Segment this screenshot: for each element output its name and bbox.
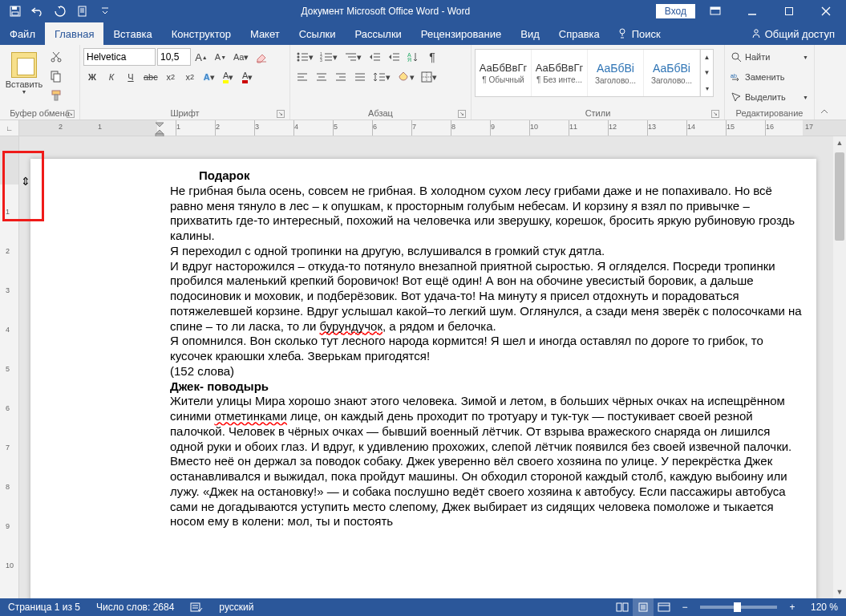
tab-help[interactable]: Справка (549, 22, 609, 45)
align-right-icon[interactable] (332, 68, 350, 86)
style-more[interactable]: ▲▼▾ (700, 50, 713, 96)
tab-file[interactable]: Файл (0, 22, 45, 45)
minimize-icon[interactable] (735, 0, 769, 22)
shading-icon[interactable]: ▾ (395, 68, 417, 86)
style-normal[interactable]: АаБбВвГг¶ Обычный (476, 50, 532, 96)
status-bar: Страница 1 из 5 Число слов: 2684 русский… (0, 598, 846, 616)
clipboard-launcher[interactable]: ↘ (67, 110, 75, 118)
style-heading1[interactable]: АаБбВіЗаголово... (588, 50, 644, 96)
find-button[interactable]: Найти▼ (728, 48, 811, 66)
page-count[interactable]: Страница 1 из 5 (0, 602, 88, 613)
numbering-icon[interactable]: 123▾ (318, 48, 340, 66)
heading: Подарок (170, 168, 805, 184)
qat-more-icon[interactable] (95, 2, 115, 21)
tab-selector[interactable]: ∟ (0, 120, 19, 136)
collapse-ribbon-icon[interactable] (815, 45, 834, 120)
dec-indent-icon[interactable] (366, 48, 383, 66)
maximize-icon[interactable] (772, 0, 806, 22)
paragraph-launcher[interactable]: ↘ (458, 110, 466, 118)
scrollbar-vertical[interactable]: ▲ ▼ (833, 136, 846, 598)
grow-font-icon[interactable]: A▲ (192, 48, 210, 66)
scroll-thumb[interactable] (835, 152, 844, 241)
zoom-in-icon[interactable]: + (782, 598, 803, 616)
bold-button[interactable]: Ж (83, 68, 101, 86)
change-case-icon[interactable]: Aa▾ (231, 48, 251, 66)
page[interactable]: Подарок Не грибная была осень, совсем не… (30, 159, 816, 598)
strike-button[interactable]: abc (141, 68, 160, 86)
zoom-level[interactable]: 120 % (803, 602, 846, 613)
save-icon[interactable] (5, 2, 26, 21)
font-launcher[interactable]: ↘ (277, 110, 285, 118)
print-layout-icon[interactable] (633, 598, 654, 616)
redo-icon[interactable] (50, 2, 71, 21)
paragraph: Жители улицы Мира хорошо знают этого чел… (170, 394, 805, 529)
align-left-icon[interactable] (293, 68, 311, 86)
clear-format-icon[interactable] (253, 48, 270, 66)
pilcrow-icon[interactable]: ¶ (423, 48, 441, 66)
editing-label: Редактирование (736, 108, 803, 118)
zoom-out-icon[interactable]: − (674, 598, 695, 616)
tab-references[interactable]: Ссылки (289, 22, 346, 45)
word-count[interactable]: Число слов: 2684 (88, 602, 182, 613)
superscript-icon[interactable]: x2 (181, 68, 199, 86)
italic-button[interactable]: К (103, 68, 120, 86)
new-doc-icon[interactable] (72, 2, 93, 21)
scroll-up-icon[interactable]: ▲ (833, 136, 846, 149)
shrink-font-icon[interactable]: A▼ (212, 48, 229, 66)
tab-review[interactable]: Рецензирование (411, 22, 511, 45)
ribbon-display-icon[interactable] (698, 0, 732, 22)
ruler-horizontal[interactable]: ∟ 211234567891011121314151617 (0, 120, 846, 136)
font-color-icon[interactable]: A▾ (239, 68, 257, 86)
zoom-slider[interactable] (700, 606, 777, 609)
undo-icon[interactable] (27, 2, 48, 21)
close-icon[interactable] (809, 0, 843, 22)
tell-me[interactable]: Поиск (609, 22, 669, 45)
font-size-input[interactable] (157, 48, 191, 66)
indent-marker[interactable] (154, 120, 167, 136)
tab-design[interactable]: Конструктор (162, 22, 241, 45)
paste-button[interactable]: Вставить ▼ (3, 47, 45, 99)
tab-insert[interactable]: Вставка (103, 22, 161, 45)
multilevel-icon[interactable]: ▾ (342, 48, 364, 66)
inc-indent-icon[interactable] (385, 48, 403, 66)
tab-mailings[interactable]: Рассылки (345, 22, 411, 45)
share-button[interactable]: Общий доступ (739, 22, 846, 45)
web-layout-icon[interactable] (654, 598, 674, 616)
proofing-icon[interactable] (182, 602, 211, 613)
ribbon-tabs: Файл Главная Вставка Конструктор Макет С… (0, 22, 846, 45)
paragraph: Я опомнился. Вон сколько тут лесного нар… (170, 334, 805, 364)
language[interactable]: русский (211, 602, 261, 613)
document-body[interactable]: Подарок Не грибная была осень, совсем не… (170, 168, 805, 529)
copy-icon[interactable] (47, 67, 65, 85)
sort-icon[interactable]: AЯ (404, 48, 422, 66)
borders-icon[interactable]: ▾ (419, 68, 439, 86)
tab-home[interactable]: Главная (45, 22, 103, 45)
replace-button[interactable]: abЗаменить (728, 68, 811, 86)
justify-icon[interactable] (351, 68, 369, 86)
font-name-input[interactable] (83, 48, 156, 66)
svg-rect-2 (12, 12, 18, 15)
resize-cursor-icon: ⇕ (21, 175, 30, 188)
zoom-knob[interactable] (734, 602, 741, 612)
document-area[interactable]: Подарок Не грибная была осень, совсем не… (19, 136, 846, 598)
select-button[interactable]: Выделить▼ (728, 88, 811, 106)
styles-launcher[interactable]: ↘ (711, 110, 719, 118)
align-center-icon[interactable] (313, 68, 330, 86)
subscript-icon[interactable]: x2 (162, 68, 180, 86)
text-effects-icon[interactable]: A▾ (200, 68, 218, 86)
line-spacing-icon[interactable]: ▾ (370, 68, 393, 86)
tab-layout[interactable]: Макет (241, 22, 289, 45)
cut-icon[interactable] (47, 48, 65, 66)
bullets-icon[interactable]: ▾ (293, 48, 316, 66)
read-mode-icon[interactable] (612, 598, 633, 616)
tab-view[interactable]: Вид (511, 22, 549, 45)
underline-button[interactable]: Ч (122, 68, 140, 86)
style-heading2[interactable]: АаБбВіЗаголово... (644, 50, 700, 96)
highlight-icon[interactable]: A▾ (220, 68, 237, 86)
style-nospacing[interactable]: АаБбВвГг¶ Без инте... (532, 50, 588, 96)
format-painter-icon[interactable] (47, 87, 65, 104)
svg-rect-7 (786, 8, 793, 15)
style-gallery[interactable]: АаБбВвГг¶ Обычный АаБбВвГг¶ Без инте... … (475, 49, 714, 97)
signin-button[interactable]: Вход (656, 4, 695, 18)
scroll-down-icon[interactable]: ▼ (833, 586, 846, 598)
